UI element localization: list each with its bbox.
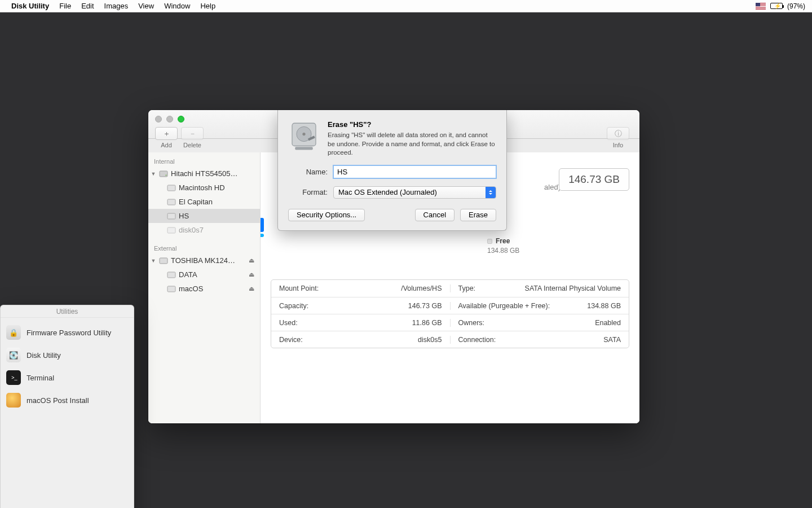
detail-key: Connection: [458, 336, 496, 344]
terminal-icon: >_ [6, 370, 21, 385]
palette-item-diskutility[interactable]: 💽Disk Utility [1, 344, 134, 366]
menu-images[interactable]: Images [104, 2, 129, 10]
detail-val: /Volumes/HS [401, 284, 442, 292]
menu-view[interactable]: View [138, 2, 154, 10]
security-options-button[interactable]: Security Options... [288, 209, 365, 221]
detail-key: Mount Point: [279, 284, 319, 292]
usage-bar-segment [261, 218, 264, 237]
format-select[interactable]: Mac OS Extended (Journaled) [333, 186, 496, 199]
legend-swatch-icon [487, 239, 492, 244]
detail-val: Enabled [595, 319, 621, 327]
sidebar-vol-disk0s7[interactable]: disk0s7 [148, 223, 260, 237]
info-button[interactable]: ⓘ [607, 127, 629, 140]
utilities-palette: Utilities 🔒Firmware Password Utility 💽Di… [0, 305, 134, 508]
sidebar-vol-data[interactable]: DATA⏏ [148, 268, 260, 282]
add-volume-button[interactable]: ＋ [155, 127, 178, 140]
name-input[interactable] [333, 165, 496, 178]
detail-key: Owners: [458, 319, 485, 327]
eject-icon[interactable]: ⏏ [248, 285, 255, 292]
diskutility-icon: 💽 [6, 348, 21, 362]
volume-icon [166, 270, 176, 280]
delete-volume-button[interactable]: － [181, 127, 204, 140]
sidebar-vol-label: HS [179, 212, 255, 220]
free-value: 134.88 GB [487, 247, 628, 255]
svg-rect-7 [167, 272, 175, 278]
detail-val: 146.73 GB [408, 302, 442, 310]
delete-label: Delete [183, 142, 201, 148]
disclosure-icon[interactable]: ▼ [151, 258, 156, 264]
svg-rect-2 [167, 185, 175, 191]
eject-icon[interactable]: ⏏ [248, 271, 255, 278]
svg-point-11 [302, 133, 305, 135]
palette-title: Utilities [1, 305, 134, 318]
menubar: Disk Utility File Edit Images View Windo… [0, 0, 812, 12]
sidebar: Internal ▼ Hitachi HTS54505… Macintosh H… [148, 152, 261, 423]
sidebar-disk-internal[interactable]: ▼ Hitachi HTS54505… [148, 167, 260, 181]
sidebar-header-internal: Internal [148, 156, 260, 167]
volume-icon [166, 211, 176, 221]
svg-rect-8 [167, 286, 175, 292]
svg-rect-6 [160, 258, 167, 264]
volume-icon [166, 183, 176, 193]
battery-readout: (97%) [787, 2, 805, 10]
sidebar-vol-hs[interactable]: HS [148, 209, 260, 223]
palette-item-terminal[interactable]: >_Terminal [1, 366, 134, 389]
app-menu[interactable]: Disk Utility [11, 2, 49, 10]
palette-item-label: Disk Utility [27, 351, 61, 360]
sidebar-vol-label: El Capitan [179, 198, 255, 206]
menu-help[interactable]: Help [200, 2, 215, 10]
palette-item-postinstall[interactable]: macOS Post Install [1, 389, 134, 411]
disk-utility-window: Disk Utility ＋Add －Delete ✎ ◔ ⌫ ↺ ⏏ Firs… [148, 110, 639, 423]
palette-item-label: macOS Post Install [27, 396, 89, 405]
svg-rect-5 [167, 227, 175, 233]
format-label: Format: [288, 188, 328, 196]
svg-rect-12 [295, 147, 313, 150]
name-label: Name: [288, 168, 328, 176]
capacity-badge: 146.73 GB [559, 168, 629, 191]
sidebar-vol-label: macOS [179, 284, 245, 293]
eject-icon[interactable]: ⏏ [248, 257, 255, 264]
battery-icon[interactable]: ⚡ [770, 3, 783, 9]
dialog-title: Erase "HS"? [328, 120, 496, 129]
volume-icon [166, 284, 176, 294]
detail-key: Device: [279, 336, 303, 344]
sidebar-vol-macintoshhd[interactable]: Macintosh HD [148, 181, 260, 195]
detail-key: Available (Purgeable + Free): [458, 302, 550, 310]
postinstall-icon [6, 393, 21, 408]
sidebar-vol-label: disk0s7 [179, 226, 255, 234]
menu-file[interactable]: File [59, 2, 71, 10]
external-drive-icon [158, 256, 169, 266]
sidebar-vol-label: DATA [179, 270, 245, 279]
input-source-flag-icon[interactable] [756, 3, 766, 10]
svg-rect-4 [167, 213, 175, 219]
detail-val: 11.86 GB [412, 319, 442, 327]
sidebar-disk-external[interactable]: ▼ TOSHIBA MK124… ⏏ [148, 253, 260, 268]
sidebar-disk-label: Hitachi HTS54505… [171, 169, 255, 178]
free-label: Free [496, 237, 510, 245]
svg-rect-0 [160, 171, 167, 177]
detail-key: Capacity: [279, 302, 308, 310]
detail-val: SATA Internal Physical Volume [525, 284, 621, 292]
detail-key: Type: [458, 284, 476, 292]
palette-item-firmware[interactable]: 🔒Firmware Password Utility [1, 321, 134, 344]
sidebar-vol-elcapitan[interactable]: El Capitan [148, 195, 260, 209]
menu-window[interactable]: Window [164, 2, 190, 10]
details-table: Mount Point:/Volumes/HSType:SATA Interna… [271, 279, 629, 348]
sidebar-header-external: External [148, 243, 260, 253]
lock-icon: 🔒 [6, 325, 21, 340]
sidebar-disk-label: TOSHIBA MK124… [171, 256, 245, 265]
svg-point-1 [166, 174, 167, 176]
harddrive-icon [158, 169, 169, 179]
svg-rect-3 [167, 199, 175, 205]
volume-type-partial: aled) [544, 183, 561, 191]
sidebar-vol-label: Macintosh HD [179, 183, 255, 192]
cancel-button[interactable]: Cancel [415, 209, 454, 221]
chevron-updown-icon [486, 187, 496, 198]
volume-icon [166, 225, 176, 235]
disclosure-icon[interactable]: ▼ [151, 171, 156, 177]
sidebar-vol-macos[interactable]: macOS⏏ [148, 282, 260, 296]
menu-edit[interactable]: Edit [81, 2, 94, 10]
erase-confirm-button[interactable]: Erase [460, 209, 496, 221]
format-value: Mac OS Extended (Journaled) [338, 188, 437, 196]
palette-item-label: Terminal [27, 374, 54, 382]
